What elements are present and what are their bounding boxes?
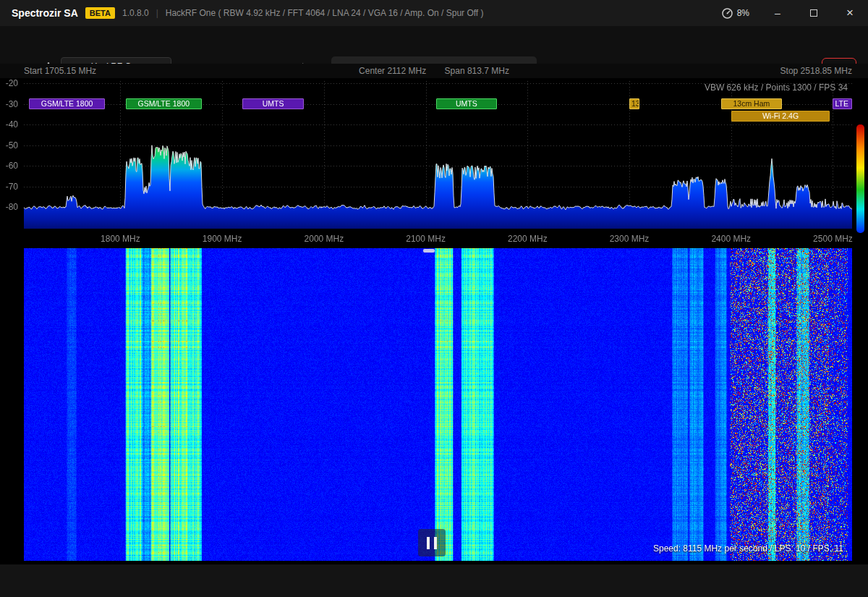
cpu-usage: 8% xyxy=(737,8,749,18)
x-axis-tick: 1800 MHz xyxy=(95,234,145,244)
maximize-icon xyxy=(810,9,817,17)
device-status-text: HackRF One ( RBW 4.92 kHz / FFT 4064 / L… xyxy=(166,8,484,18)
app-title: Spectrozir SA xyxy=(12,7,78,19)
y-axis-tick: -30 xyxy=(0,99,18,109)
center-span-readout: Center 2112 MHz Span 813.7 MHz xyxy=(0,66,868,76)
x-axis-tick: 2200 MHz xyxy=(502,234,553,244)
separator: | xyxy=(156,8,158,18)
amplitude-colorbar xyxy=(856,124,864,233)
pause-button[interactable] xyxy=(418,529,446,556)
x-axis-tick: 2100 MHz xyxy=(401,234,451,244)
version-label: 1.0.8.0 xyxy=(122,8,149,18)
y-axis-tick: -70 xyxy=(0,182,18,192)
x-axis-tick: 1900 MHz xyxy=(197,234,247,244)
y-axis-tick: -20 xyxy=(0,78,18,88)
minimize-button[interactable]: – xyxy=(760,0,796,26)
stop-frequency-readout: Stop 2518.85 MHz xyxy=(780,66,852,76)
cpu-gauge-icon xyxy=(721,7,733,20)
window-controls: 8% – × xyxy=(721,0,868,26)
favorites-bar: Favorites: LTE 1720 - 1890 MHz Wi-Fi 2.4… xyxy=(0,564,868,597)
speed-readout: Speed: 8115 MHz per second / LPS: 10 / F… xyxy=(653,543,843,554)
y-axis-tick: -60 xyxy=(0,161,18,171)
x-axis-tick: 2500 MHz xyxy=(807,234,858,244)
y-axis-tick: -40 xyxy=(0,119,18,130)
close-button[interactable]: × xyxy=(832,0,868,26)
maximize-button[interactable] xyxy=(796,0,832,26)
waterfall-canvas[interactable] xyxy=(24,248,852,561)
span-readout: Span 813.7 MHz xyxy=(445,66,509,76)
beta-badge: BETA xyxy=(85,7,115,19)
vbw-points-fps-readout: VBW 626 kHz / Points 1300 / FPS 34 xyxy=(705,82,848,93)
x-axis-tick: 2000 MHz xyxy=(299,234,349,244)
y-axis-tick: -80 xyxy=(0,202,18,212)
x-axis-labels: 1800 MHz1900 MHz2000 MHz2100 MHz2200 MHz… xyxy=(0,234,868,244)
x-axis-tick: 2400 MHz xyxy=(706,234,757,244)
toolbar: HackRF One 2024.02.1 (API:1.08) r10 Star… xyxy=(0,26,868,64)
waterfall-scroll-thumb[interactable] xyxy=(423,249,435,253)
spectrum-canvas[interactable] xyxy=(0,78,868,230)
y-axis-labels: -20-30-40-50-60-70-80 xyxy=(0,78,20,230)
x-axis-tick: 2300 MHz xyxy=(604,234,655,244)
titlebar: Spectrozir SA BETA 1.0.8.0 | HackRF One … xyxy=(0,0,868,26)
frequency-info-row: Start 1705.15 MHz Center 2112 MHz Span 8… xyxy=(0,64,868,78)
center-frequency-readout: Center 2112 MHz xyxy=(359,66,426,76)
pause-icon xyxy=(427,537,430,549)
y-axis-tick: -50 xyxy=(0,140,18,151)
